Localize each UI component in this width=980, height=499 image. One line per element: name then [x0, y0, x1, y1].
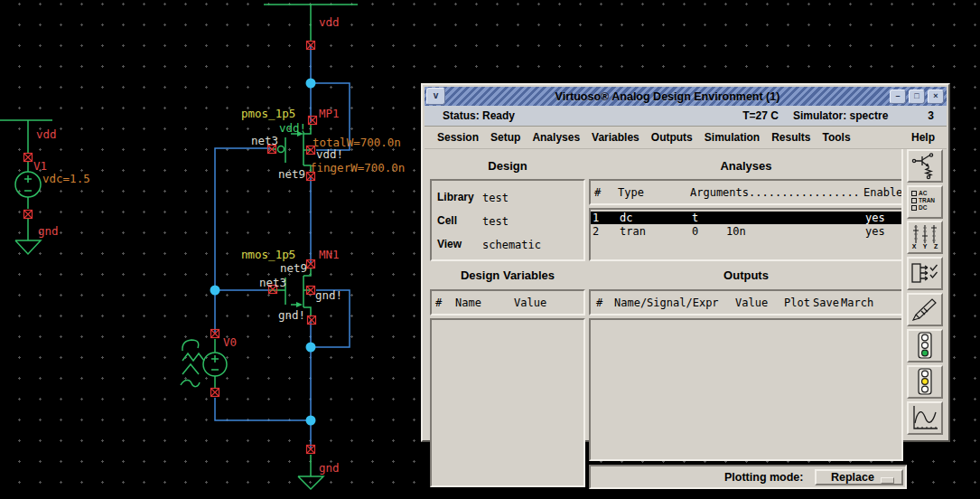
- analysis-row-selected[interactable]: 1 dc t yes: [591, 212, 901, 224]
- plotting-mode-row: Plotting mode: Replace: [589, 465, 907, 489]
- instance-label: V0: [223, 335, 237, 349]
- net-label: vdd!: [316, 147, 343, 161]
- cli-prompt[interactable]: >: [434, 489, 441, 499]
- design-field-value: schematic: [482, 239, 541, 251]
- junction-dot: [306, 79, 316, 89]
- window-menu-button[interactable]: v: [426, 88, 445, 105]
- plotting-mode-label: Plotting mode:: [724, 471, 804, 484]
- menu-variables[interactable]: Variables: [592, 131, 639, 144]
- close-button[interactable]: ×: [928, 89, 944, 104]
- temperature-text: T=27 C: [742, 109, 779, 122]
- junction-dot: [306, 343, 316, 353]
- cell-label: nmos_1p5: [241, 248, 295, 261]
- menu-help[interactable]: Help: [911, 131, 935, 144]
- transistor-icon: [910, 152, 939, 180]
- maximize-button[interactable]: □: [909, 89, 925, 104]
- menu-bar: Session Setup Analyses Variables Outputs…: [425, 127, 947, 149]
- net-label: gnd!: [315, 288, 342, 302]
- simulator-text: Simulator: spectre: [793, 109, 888, 122]
- col-header: Enable: [863, 186, 902, 199]
- net-label: gnd: [319, 461, 340, 475]
- plot-outputs-button[interactable]: [907, 401, 943, 435]
- design-variables-section-title: Design Variables: [430, 268, 585, 282]
- design-field-value: test: [482, 192, 509, 204]
- option-menu-indicator: [881, 477, 894, 484]
- design-field-value: test: [482, 215, 509, 228]
- col-header: Plot: [784, 297, 810, 309]
- menu-session[interactable]: Session: [437, 131, 479, 144]
- analysis-row[interactable]: 2 tran 0 10n yes: [591, 225, 901, 238]
- outputs-header: # Name/Signal/Expr Value Plot Save March: [589, 289, 903, 315]
- xyz-labels: X Y Z: [909, 243, 941, 250]
- analyses-section-title: Analyses: [589, 159, 903, 173]
- outputs-section-title: Outputs: [589, 268, 903, 282]
- design-field-label: View: [437, 238, 462, 250]
- waveform-glyph-pulse: [182, 364, 199, 374]
- menu-results[interactable]: Results: [771, 131, 810, 144]
- junction-dot: [210, 286, 220, 296]
- design-variables-header: # Name Value: [430, 289, 585, 315]
- col-header: Name: [455, 297, 481, 309]
- net-label: net3: [251, 134, 278, 147]
- traffic-light-green-icon: [910, 332, 940, 360]
- setup-outputs-button[interactable]: [907, 257, 943, 290]
- analyses-icon: AC TRAN DC: [909, 187, 941, 212]
- window-title: Virtuoso® Analog Design Environment (1): [445, 90, 890, 103]
- choose-analyses-button[interactable]: AC TRAN DC: [907, 185, 943, 219]
- title-bar[interactable]: v Virtuoso® Analog Design Environment (1…: [425, 87, 947, 106]
- net-label: gnd!: [278, 308, 305, 322]
- v0-pulse-source[interactable]: [181, 339, 227, 388]
- col-header: Name/Signal/Expr: [614, 297, 719, 309]
- traffic-light-yellow-icon: [910, 368, 940, 396]
- edit-variables-button[interactable]: X Y Z: [907, 221, 943, 254]
- param-label: vdc=1.5: [42, 172, 90, 185]
- design-variables-list[interactable]: [430, 318, 585, 487]
- net-label: vdd: [36, 127, 57, 141]
- col-header: Save: [813, 297, 839, 309]
- waveform-glyph-zigzag: [182, 353, 204, 361]
- net-label: gnd: [38, 224, 59, 238]
- instance-label: MN1: [319, 248, 340, 261]
- net-label: net3: [259, 276, 286, 289]
- plotting-mode-select[interactable]: Replace: [815, 469, 903, 485]
- stop-simulation-button[interactable]: [907, 365, 943, 399]
- net-label: vdd: [319, 15, 340, 29]
- menu-tools[interactable]: Tools: [823, 131, 851, 144]
- net-label: net9: [278, 167, 305, 181]
- col-header: Type: [618, 186, 644, 199]
- param-label: fingerW=700.0n: [310, 161, 405, 174]
- design-panel: Library test Cell test View schematic: [430, 179, 585, 261]
- status-count: 3: [928, 109, 934, 122]
- status-bar: Status: Ready T=27 C Simulator: spectre …: [425, 106, 947, 127]
- waveform-glyph-spline: [182, 340, 199, 351]
- col-header: Value: [735, 297, 768, 309]
- waveform-glyph-sine: [181, 380, 200, 386]
- analyses-list: 1 dc t yes 2 tran 0 10n yes: [589, 208, 903, 261]
- col-header: #: [435, 297, 442, 309]
- choose-design-button[interactable]: [907, 149, 943, 183]
- design-field-label: Library: [437, 191, 474, 203]
- instance-label: V1: [33, 159, 47, 173]
- gnd-symbol-left[interactable]: [15, 219, 41, 254]
- col-header: Arguments.................: [690, 186, 860, 199]
- status-text: Status: Ready: [443, 109, 515, 122]
- net-label: vdd!: [279, 121, 306, 135]
- net-label: net9: [280, 261, 307, 275]
- run-simulation-button[interactable]: [907, 329, 943, 362]
- menu-simulation[interactable]: Simulation: [705, 131, 760, 144]
- col-header: March: [841, 297, 873, 309]
- outputs-list[interactable]: [589, 318, 903, 461]
- menu-analyses[interactable]: Analyses: [532, 131, 580, 144]
- vdd-rail-top[interactable]: [264, 5, 358, 41]
- minimize-button[interactable]: –: [890, 89, 906, 104]
- waveform-icon: [910, 404, 940, 432]
- instance-label: MP1: [319, 107, 340, 120]
- design-section-title: Design: [430, 159, 585, 173]
- outputs-icon: [910, 259, 940, 287]
- cell-label: pmos_1p5: [241, 107, 295, 120]
- netlist-button[interactable]: [907, 293, 943, 326]
- v0-gnd-wire: [215, 398, 311, 420]
- menu-outputs[interactable]: Outputs: [651, 131, 693, 144]
- toolbar: AC TRAN DC X Y Z: [901, 149, 947, 438]
- menu-setup[interactable]: Setup: [490, 131, 520, 144]
